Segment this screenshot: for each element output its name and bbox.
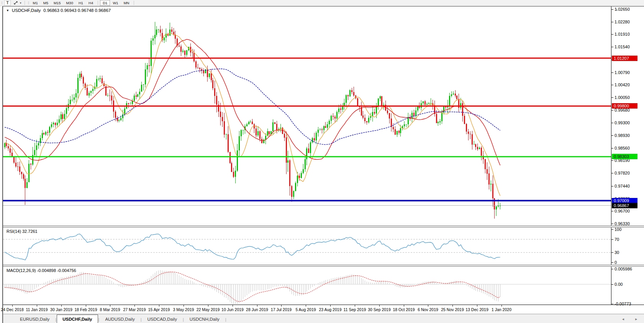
rsi-panel-divider[interactable] [3,226,644,227]
axis-tickmark [611,47,613,47]
date-tick-label: 8 Mar 2019 [100,307,120,312]
price-tick-label: 1.00420 [615,82,630,87]
tab-separator: | [183,317,184,322]
axis-tickmark [611,186,613,186]
date-tickmark [134,305,135,307]
hline-price-label[interactable]: 0.98303 [612,154,637,159]
axis-scroll-up-icon[interactable]: ▲ [615,7,618,11]
rsi-tick-label: 70 [615,237,619,242]
axis-tickmark [611,123,613,123]
price-tick-label: 1.01540 [615,44,630,49]
timeframe-button-m30[interactable]: M30 [63,0,75,6]
date-tick-label: 30 Jan 2019 [50,307,72,312]
price-tick-label: 0.98560 [615,145,630,151]
chart-tab-audusd[interactable]: AUDUSD,Daily [100,315,140,323]
chart-tab-eurusd[interactable]: EURUSD,Daily [15,315,55,323]
price-tick-label: 0.99300 [615,120,630,125]
date-tickmark [12,305,13,307]
date-tickmark [233,305,233,307]
date-tickmark [257,305,257,307]
date-tick-label: 18 Feb 2019 [75,307,97,312]
macd-indicator-label: MACD(12,26,9) -0.004898 -0.004756 [7,268,76,273]
macd-tick-label: 0.00 [615,282,623,287]
date-tick-label: 28 Jun 2019 [246,307,268,312]
date-tickmark [452,305,453,307]
chart-ohlc-values: 0.96863 0.96943 0.96748 0.96867 [43,8,111,13]
toolbar-separator [98,1,98,5]
macd-panel-divider[interactable] [3,265,644,267]
toolbar-grip: ⁞⁞ [1,1,2,5]
timeframe-button-m1[interactable]: M1 [30,0,41,6]
axis-tickmark [611,269,613,269]
timeframe-button-w1[interactable]: W1 [110,0,121,6]
timeframe-button-h4[interactable]: H4 [86,0,96,6]
timeframe-button-mn[interactable]: MN [121,0,132,6]
tab-next-icon[interactable]: ► [635,317,638,321]
axis-tickmark [611,229,613,230]
rsi-tick-label: 0 [615,260,617,265]
date-tick-label: 23 Aug 2019 [319,307,342,312]
date-tickmark [184,305,184,307]
chart-expander-icon[interactable]: ▼ [6,9,9,12]
timeframe-button-d1[interactable]: D1 [100,0,110,6]
date-tickmark [428,305,428,307]
chart-tab-usdcad[interactable]: USDCAD,Daily [142,315,182,323]
chart-tab-usdchf[interactable]: USDCHF,Daily [57,315,98,323]
macd-plot[interactable] [3,266,611,305]
date-tick-label: 10 Jun 2019 [221,307,244,312]
date-tick-label: 25 Nov 2019 [441,307,464,312]
tab-prev-icon[interactable]: ◄ [621,317,624,321]
price-tick-label: 1.00050 [615,95,630,100]
date-tick-label: 18 Oct 2019 [393,307,415,312]
date-tickmark [110,305,110,307]
axis-tickmark [611,34,613,35]
date-tick-label: 15 Apr 2019 [148,307,170,312]
date-tick-label: 3 May 2019 [173,307,194,312]
date-tickmark [159,305,159,307]
axis-tickmark [611,284,613,285]
date-tickmark [281,305,282,307]
tab-separator: | [98,317,100,322]
axis-tickmark [611,160,613,161]
axis-tickmark [611,22,613,22]
date-tick-label: 6 Nov 2019 [418,307,438,312]
date-tick-label: 27 Mar 2019 [123,307,146,312]
timeframe-button-h1[interactable]: H1 [76,0,86,6]
date-tickmark [404,305,404,307]
toolbar-separator [134,1,134,5]
hline-price-label[interactable]: 1.01207 [612,56,637,61]
axis-tickmark [611,224,613,224]
dropdown-caret-icon: ▾ [20,2,21,5]
tab-separator: | [225,317,226,322]
date-tickmark [379,305,380,307]
date-tick-label: 22 May 2019 [197,307,220,312]
crosshair-tool-icon [13,0,18,5]
chart-tab-bar: EURUSD,Daily|USDCHF,Daily|AUDUSD,Daily|U… [3,314,644,323]
chart-tab-usdcnh[interactable]: USDCNH,Daily [184,315,225,323]
hline-price-label[interactable]: 0.97009 [612,198,637,203]
text-tool-icon[interactable]: T [4,0,11,6]
timeframe-button-group: M1M5M15M30H1H4D1W1MN [30,0,136,6]
toolbar-grip: ⁞⁞ [28,1,29,5]
timeframe-button-m15[interactable]: M15 [51,0,63,6]
axis-tickmark [611,239,613,240]
main-chart-plot[interactable] [3,7,611,227]
price-tick-label: 0.98930 [615,133,630,138]
date-tick-label: 17 Jul 2019 [271,307,292,312]
date-tick-label: 11 Sep 2019 [344,307,366,312]
hline-price-label[interactable]: 0.99800 [612,103,637,109]
price-axis[interactable]: 1.026501.022801.019101.015401.011701.007… [611,7,644,305]
toolbar-separator [25,1,25,5]
axis-tickmark [611,252,613,253]
price-tick-label: 0.96700 [615,208,630,214]
date-tickmark [306,305,306,307]
current-price-label[interactable]: 0.96867 [612,203,637,208]
timeframe-button-m5[interactable]: M5 [41,0,51,6]
axis-tickmark [611,304,613,304]
rsi-plot[interactable] [3,227,611,266]
axis-tickmark [611,173,613,173]
price-tick-label: 1.02280 [615,19,630,25]
crosshair-tool-button[interactable]: ▾ [13,0,21,5]
date-tickmark [477,305,477,307]
date-axis[interactable]: 24 Dec 201811 Jan 201930 Jan 201918 Feb … [3,305,644,314]
